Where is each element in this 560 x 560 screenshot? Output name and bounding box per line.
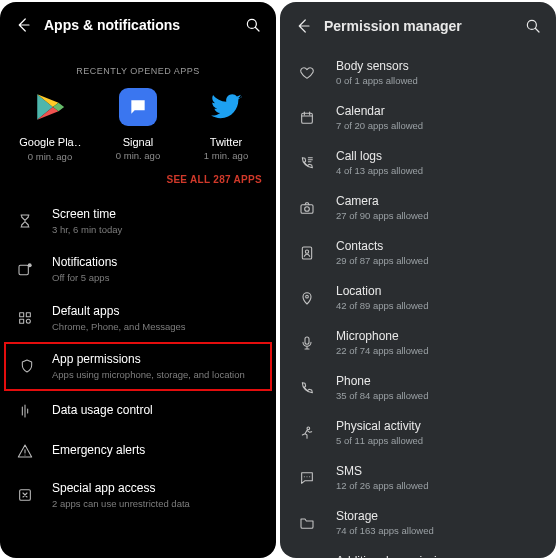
twitter-icon — [207, 88, 245, 126]
perm-phone[interactable]: Phone35 of 84 apps allowed — [280, 365, 556, 410]
row-sub: Chrome, Phone, and Messages — [52, 321, 262, 332]
perm-title: Calendar — [336, 104, 423, 118]
row-title: Data usage control — [52, 403, 262, 418]
back-arrow-icon[interactable] — [294, 17, 312, 35]
search-icon[interactable] — [524, 17, 542, 35]
perm-sub: 35 of 84 apps allowed — [336, 390, 428, 401]
svg-rect-3 — [20, 313, 24, 317]
row-title: Screen time — [52, 207, 262, 222]
folder-icon — [296, 515, 318, 531]
perm-sub: 74 of 163 apps allowed — [336, 525, 434, 536]
app-sub: 0 min. ago — [116, 150, 160, 161]
recent-app-twitter[interactable]: Twitter 1 min. ago — [186, 88, 266, 162]
apps-notifications-screen: Apps & notifications RECENTLY OPENED APP… — [0, 2, 276, 558]
perm-storage[interactable]: Storage74 of 163 apps allowed — [280, 500, 556, 545]
heart-icon — [296, 65, 318, 81]
perm-title: Physical activity — [336, 419, 423, 433]
perm-title: SMS — [336, 464, 428, 478]
signal-icon — [119, 88, 157, 126]
svg-rect-1 — [19, 265, 28, 274]
perm-title: Storage — [336, 509, 434, 523]
perm-sub: 27 of 90 apps allowed — [336, 210, 428, 221]
row-screen-time[interactable]: Screen time3 hr, 6 min today — [0, 197, 276, 245]
default-apps-icon — [14, 310, 36, 326]
see-all-apps-link[interactable]: SEE ALL 287 APPS — [0, 168, 276, 197]
row-title: Emergency alerts — [52, 443, 262, 458]
page-title: Apps & notifications — [44, 17, 244, 33]
app-sub: 1 min. ago — [204, 150, 248, 161]
perm-contacts[interactable]: Contacts29 of 87 apps allowed — [280, 230, 556, 275]
search-icon[interactable] — [244, 16, 262, 34]
row-title: Notifications — [52, 255, 262, 270]
perm-sub: 4 of 13 apps allowed — [336, 165, 423, 176]
perm-title: Camera — [336, 194, 428, 208]
running-icon — [296, 425, 318, 441]
perm-sub: 29 of 87 apps allowed — [336, 255, 428, 266]
back-arrow-icon[interactable] — [14, 16, 32, 34]
calendar-icon — [296, 110, 318, 126]
special-access-icon — [14, 487, 36, 503]
perm-sub: 7 of 20 apps allowed — [336, 120, 423, 131]
svg-point-11 — [305, 206, 310, 211]
recently-opened-label: RECENTLY OPENED APPS — [0, 66, 276, 76]
phone-list-icon — [296, 155, 318, 171]
row-sub: Apps using microphone, storage, and loca… — [52, 369, 260, 380]
perm-sub: 42 of 89 apps allowed — [336, 300, 428, 311]
microphone-icon — [296, 335, 318, 351]
data-usage-icon — [14, 403, 36, 419]
recent-apps-row: Google Pla‥ 0 min. ago Signal 0 min. ago… — [0, 88, 276, 162]
row-notifications[interactable]: NotificationsOff for 5 apps — [0, 245, 276, 293]
row-sub: Off for 5 apps — [52, 272, 262, 283]
sms-icon — [296, 470, 318, 486]
phone-icon — [296, 380, 318, 396]
perm-calendar[interactable]: Calendar7 of 20 apps allowed — [280, 95, 556, 140]
perm-title: Microphone — [336, 329, 428, 343]
svg-rect-9 — [302, 113, 313, 123]
svg-point-2 — [28, 263, 32, 267]
perm-title: Contacts — [336, 239, 428, 253]
location-icon — [296, 290, 318, 306]
perm-additional[interactable]: Additional permissions6 more — [280, 545, 556, 558]
app-sub: 0 min. ago — [28, 151, 72, 162]
perm-sub: 22 of 74 apps allowed — [336, 345, 428, 356]
app-name: Signal — [123, 136, 154, 148]
row-default-apps[interactable]: Default appsChrome, Phone, and Messages — [0, 294, 276, 342]
app-name: Google Pla‥ — [19, 136, 80, 149]
perm-sub: 0 of 1 apps allowed — [336, 75, 418, 86]
row-sub: 3 hr, 6 min today — [52, 224, 262, 235]
appbar: Apps & notifications — [0, 2, 276, 48]
svg-rect-10 — [301, 204, 313, 213]
permissions-list: Body sensors0 of 1 apps allowed Calendar… — [280, 50, 556, 558]
perm-call-logs[interactable]: Call logs4 of 13 apps allowed — [280, 140, 556, 185]
warning-icon — [14, 443, 36, 459]
perm-title: Body sensors — [336, 59, 418, 73]
perm-sub: 5 of 11 apps allowed — [336, 435, 423, 446]
perm-physical-activity[interactable]: Physical activity5 of 11 apps allowed — [280, 410, 556, 455]
row-emergency-alerts[interactable]: Emergency alerts — [0, 431, 276, 471]
hourglass-icon — [14, 213, 36, 229]
row-special-app-access[interactable]: Special app access2 apps can use unrestr… — [0, 471, 276, 519]
appbar: Permission manager — [280, 2, 556, 50]
perm-camera[interactable]: Camera27 of 90 apps allowed — [280, 185, 556, 230]
row-data-usage-control[interactable]: Data usage control — [0, 391, 276, 431]
shield-icon — [16, 358, 38, 374]
camera-icon — [296, 200, 318, 216]
row-title: Default apps — [52, 304, 262, 319]
app-name: Twitter — [210, 136, 242, 148]
svg-rect-4 — [26, 313, 30, 317]
perm-sms[interactable]: SMS12 of 26 apps allowed — [280, 455, 556, 500]
perm-location[interactable]: Location42 of 89 apps allowed — [280, 275, 556, 320]
row-app-permissions[interactable]: App permissionsApps using microphone, st… — [4, 342, 272, 390]
svg-rect-15 — [305, 337, 309, 344]
permission-manager-screen: Permission manager Body sensors0 of 1 ap… — [280, 2, 556, 558]
page-title: Permission manager — [324, 18, 524, 34]
recent-app-signal[interactable]: Signal 0 min. ago — [98, 88, 178, 162]
perm-sub: 12 of 26 apps allowed — [336, 480, 428, 491]
recent-app-google-play[interactable]: Google Pla‥ 0 min. ago — [10, 88, 90, 162]
perm-body-sensors[interactable]: Body sensors0 of 1 apps allowed — [280, 50, 556, 95]
contacts-icon — [296, 245, 318, 261]
svg-point-16 — [307, 427, 310, 430]
svg-point-6 — [26, 319, 30, 323]
perm-microphone[interactable]: Microphone22 of 74 apps allowed — [280, 320, 556, 365]
perm-title: Phone — [336, 374, 428, 388]
